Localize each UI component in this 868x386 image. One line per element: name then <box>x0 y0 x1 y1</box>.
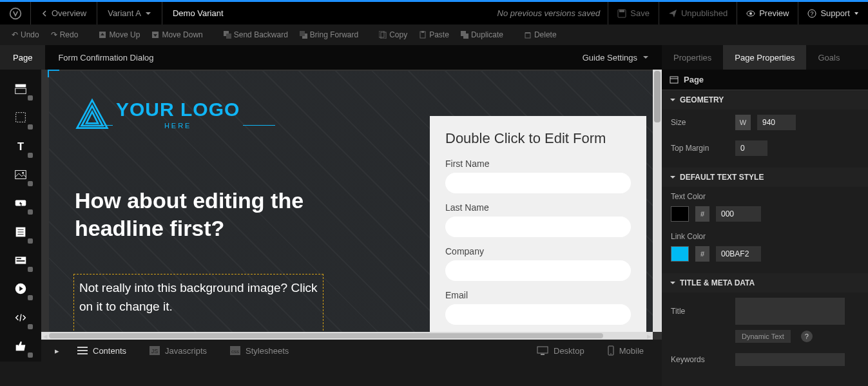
contents-panel-button[interactable]: Contents <box>66 340 138 362</box>
text-color-swatch[interactable] <box>671 206 689 222</box>
mobile-icon <box>608 345 614 356</box>
text-style-section-header[interactable]: DEFAULT TEXT STYLE <box>662 168 868 187</box>
paste-button[interactable]: Paste <box>414 28 454 42</box>
publish-button[interactable]: Unpublished <box>659 2 737 24</box>
delete-button[interactable]: Delete <box>519 28 562 42</box>
tab-page-properties[interactable]: Page Properties <box>723 45 806 70</box>
width-input[interactable] <box>757 115 796 130</box>
svg-text:JS: JS <box>151 348 159 354</box>
caret-down-icon <box>670 174 676 180</box>
image-tool[interactable] <box>7 162 34 188</box>
save-button[interactable]: Save <box>608 2 659 24</box>
scrollbar-thumb[interactable] <box>49 333 603 338</box>
vertical-scrollbar[interactable] <box>653 70 662 332</box>
button-tool[interactable] <box>7 190 34 216</box>
geometry-section-header[interactable]: GEOMETRY <box>662 90 868 110</box>
bottom-bar: ▸ Contents JS Javascripts css Stylesheet… <box>41 340 662 362</box>
eye-icon <box>746 9 755 18</box>
video-tool[interactable] <box>7 276 34 302</box>
undo-icon: ↶ <box>12 30 18 39</box>
box-icon <box>14 110 28 124</box>
javascripts-panel-button[interactable]: JS Javascripts <box>138 340 218 362</box>
first-name-input[interactable] <box>445 173 631 193</box>
title-label: Title <box>671 307 729 316</box>
top-margin-input[interactable] <box>735 140 767 156</box>
move-down-button[interactable]: Move Down <box>146 28 207 42</box>
form-title: Double Click to Edit Form <box>445 130 631 147</box>
top-bar: Overview Variant A Demo Variant No previ… <box>0 0 868 24</box>
page-breadcrumb[interactable]: Page <box>662 70 868 90</box>
hash-prefix: # <box>695 246 709 262</box>
svg-rect-10 <box>226 34 231 39</box>
scroll-right-arrow[interactable]: ▸ <box>645 332 653 340</box>
thumbs-up-icon <box>14 339 28 353</box>
support-button[interactable]: ? Support <box>798 2 868 24</box>
text-color-input[interactable] <box>716 206 761 222</box>
button-icon <box>14 196 28 210</box>
headline-text[interactable]: How about editing the headline first? <box>75 187 345 242</box>
subhead-text-selected[interactable]: Not really into this background image? C… <box>73 274 323 332</box>
keywords-input[interactable] <box>735 353 845 366</box>
redo-button[interactable]: ↷Redo <box>46 28 84 42</box>
move-up-button[interactable]: Move Up <box>93 28 145 42</box>
dynamic-text-button[interactable]: Dynamic Text <box>735 330 791 343</box>
link-color-row: Link Color <box>662 227 868 246</box>
send-backward-button[interactable]: Send Backward <box>218 28 293 42</box>
mobile-view-button[interactable]: Mobile <box>596 340 655 362</box>
logo-triangle-icon <box>75 97 110 131</box>
horizontal-scrollbar[interactable]: ◂ ▸ <box>41 332 653 340</box>
undo-button[interactable]: ↶Undo <box>6 28 44 42</box>
top-margin-label: Top Margin <box>671 144 729 153</box>
widget-toolbar: T <box>0 70 41 362</box>
layer-front-icon <box>300 31 307 39</box>
bring-forward-button[interactable]: Bring Forward <box>294 28 363 42</box>
scrollbar-thumb[interactable] <box>654 71 661 122</box>
last-name-input[interactable] <box>445 217 631 237</box>
page-canvas[interactable]: YOUR LOGO HERE How about editing the hea… <box>49 71 654 332</box>
preview-button[interactable]: Preview <box>737 2 798 24</box>
title-input[interactable] <box>735 298 845 325</box>
box-tool[interactable] <box>7 104 34 130</box>
title-row: Title <box>662 293 868 330</box>
svg-rect-23 <box>16 113 26 122</box>
caret-down-icon <box>145 11 151 16</box>
html-tool[interactable] <box>7 304 34 330</box>
chevron-left-icon <box>41 10 48 17</box>
duplicate-button[interactable]: Duplicate <box>456 28 508 42</box>
svg-text:?: ? <box>811 10 814 17</box>
tab-page[interactable]: Page <box>0 45 45 70</box>
tab-goals[interactable]: Goals <box>806 45 851 70</box>
tab-form-confirmation[interactable]: Form Confirmation Dialog <box>45 45 166 70</box>
copy-button[interactable]: Copy <box>374 28 412 42</box>
caret-down-icon <box>670 97 676 103</box>
svg-rect-47 <box>670 77 678 83</box>
guide-settings-dropdown[interactable]: Guide Settings <box>570 45 662 70</box>
embed-tool[interactable] <box>7 247 34 273</box>
link-color-input[interactable] <box>716 246 761 262</box>
text-tool[interactable]: T <box>7 133 34 159</box>
desktop-view-button[interactable]: Desktop <box>525 340 596 362</box>
logo-placeholder[interactable]: YOUR LOGO HERE <box>75 97 240 131</box>
send-icon <box>668 9 677 18</box>
last-name-label: Last Name <box>445 202 631 213</box>
overview-link[interactable]: Overview <box>31 2 97 24</box>
company-input[interactable] <box>445 260 631 281</box>
svg-point-0 <box>10 8 21 19</box>
tab-properties[interactable]: Properties <box>662 45 723 70</box>
variant-dropdown[interactable]: Variant A <box>97 2 162 24</box>
svg-rect-12 <box>300 31 305 36</box>
stylesheets-panel-button[interactable]: css Stylesheets <box>218 340 300 362</box>
app-logo[interactable] <box>0 2 31 24</box>
link-color-swatch[interactable] <box>671 246 689 262</box>
social-tool[interactable] <box>7 333 34 359</box>
help-icon[interactable]: ? <box>801 331 813 342</box>
section-tool[interactable] <box>7 76 34 102</box>
meta-section-header[interactable]: TITLE & META DATA <box>662 273 868 293</box>
email-input[interactable] <box>445 304 631 325</box>
link-color-label: Link Color <box>671 232 859 241</box>
expand-bottom-handle[interactable]: ▸ <box>48 346 66 356</box>
scroll-left-arrow[interactable]: ◂ <box>41 332 49 340</box>
form-tool[interactable] <box>7 218 34 244</box>
js-icon: JS <box>149 346 160 355</box>
form-widget[interactable]: Double Click to Edit Form First Name Las… <box>430 116 646 332</box>
